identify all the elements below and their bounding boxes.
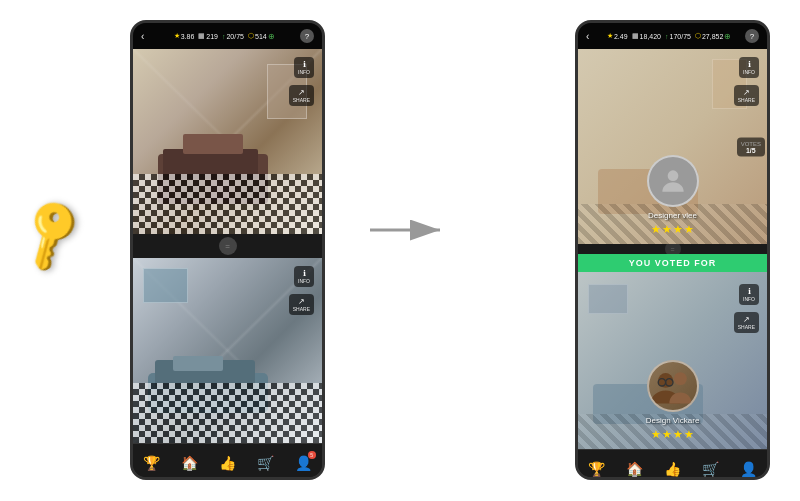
- direction-arrow: [360, 200, 460, 260]
- top-designer-avatar: [647, 155, 699, 207]
- bottom-navigation: 🏆 🏠 👍 🛒 👤 5: [133, 443, 322, 480]
- star-icon: ★: [174, 32, 180, 40]
- right-coins-icon: ⬡: [695, 32, 701, 40]
- nav-shop[interactable]: 🛒: [257, 455, 274, 471]
- bottom-designer-avatar: [647, 360, 699, 412]
- info-button-top[interactable]: ℹ INFO: [294, 57, 314, 78]
- right-nav-home[interactable]: 🏠: [626, 461, 643, 477]
- top-vote-section: Designer vlee ★★★★ ℹ INFO ↗ SHARE VOTES …: [578, 49, 767, 244]
- nav-like[interactable]: 👍: [219, 455, 236, 471]
- svg-point-2: [667, 170, 678, 181]
- top-designer-name: Designer vlee: [648, 211, 697, 220]
- right-nav-shop[interactable]: 🛒: [702, 461, 719, 477]
- right-arrow-stat: ↑ 170/75: [665, 33, 691, 40]
- bottom-room: ℹ INFO ↗ SHARE: [133, 258, 322, 443]
- back-button[interactable]: ‹: [141, 31, 144, 42]
- right-info-button-bottom[interactable]: ℹ INFO: [739, 284, 759, 305]
- right-star-icon: ★: [607, 32, 613, 40]
- right-nav-like[interactable]: 👍: [664, 461, 681, 477]
- arrow-value: 20/75: [226, 33, 244, 40]
- notification-badge: 5: [308, 451, 316, 459]
- arrow-stat: ↑ 20/75: [222, 33, 244, 40]
- votes-count: 1/5: [741, 146, 761, 153]
- right-plus-icon[interactable]: ⊕: [724, 32, 731, 41]
- right-info-button-top[interactable]: ℹ INFO: [739, 57, 759, 78]
- right-header-stats: ★ 2.49 ▦ 18,420 ↑ 170/75 ⬡ 27,852 ⊕: [607, 32, 731, 41]
- svg-point-4: [673, 372, 686, 385]
- rooms-stat: ▦ 219: [198, 32, 218, 40]
- coins-value: 514: [255, 33, 267, 40]
- plus-icon[interactable]: ⊕: [268, 32, 275, 41]
- equals-icon: =: [219, 237, 237, 255]
- top-room: ℹ INFO ↗ SHARE: [133, 49, 322, 234]
- help-button[interactable]: ?: [300, 29, 314, 43]
- right-share-button-bottom[interactable]: ↗ SHARE: [734, 312, 759, 333]
- nav-home[interactable]: 🏠: [181, 455, 198, 471]
- share-button-top[interactable]: ↗ SHARE: [289, 85, 314, 106]
- right-nav-profile[interactable]: 👤: [740, 461, 757, 477]
- right-phone-header: ‹ ★ 2.49 ▦ 18,420 ↑ 170/75 ⬡ 27,852 ⊕ ?: [578, 23, 767, 49]
- top-designer-stars: ★★★★: [651, 223, 695, 236]
- right-help-button[interactable]: ?: [745, 29, 759, 43]
- designer-photo-icon: [649, 360, 697, 412]
- vote-divider: =: [578, 244, 767, 254]
- voted-for-banner: YOU VOTED FOR: [578, 254, 767, 272]
- right-rooms-stat: ▦ 18,420: [632, 32, 661, 40]
- right-phone: ‹ ★ 2.49 ▦ 18,420 ↑ 170/75 ⬡ 27,852 ⊕ ?: [575, 20, 770, 480]
- bottom-designer-stars: ★★★★: [651, 428, 695, 441]
- right-bottom-navigation: 🏆 🏠 👍 🛒 👤: [578, 449, 767, 480]
- coins-stat: ⬡ 514 ⊕: [248, 32, 275, 41]
- bottom-vote-section: YOU VOTED FOR Design Vickare ★★★★: [578, 254, 767, 449]
- header-stats: ★ 3.86 ▦ 219 ↑ 20/75 ⬡ 514 ⊕: [174, 32, 275, 41]
- left-phone-header: ‹ ★ 3.86 ▦ 219 ↑ 20/75 ⬡ 514 ⊕ ?: [133, 23, 322, 49]
- rooms-value: 219: [206, 33, 218, 40]
- right-rating-stat: ★ 2.49: [607, 32, 628, 40]
- arrow-up-icon: ↑: [222, 33, 226, 40]
- right-nav-trophy[interactable]: 🏆: [588, 461, 605, 477]
- nav-profile[interactable]: 👤 5: [295, 455, 312, 471]
- right-rating-value: 2.49: [614, 33, 628, 40]
- right-arrow-value: 170/75: [670, 33, 691, 40]
- rating-stat: ★ 3.86: [174, 32, 195, 40]
- votes-counter: VOTES 1/5: [737, 137, 765, 156]
- room-divider: =: [133, 234, 322, 258]
- left-phone: ‹ ★ 3.86 ▦ 219 ↑ 20/75 ⬡ 514 ⊕ ?: [130, 20, 325, 480]
- right-share-button-top[interactable]: ↗ SHARE: [734, 85, 759, 106]
- right-coins-stat: ⬡ 27,852 ⊕: [695, 32, 731, 41]
- nav-trophy[interactable]: 🏆: [143, 455, 160, 471]
- right-back-button[interactable]: ‹: [586, 31, 589, 42]
- key-icon: 🔑: [18, 200, 98, 280]
- bottom-designer-name: Design Vickare: [646, 416, 700, 425]
- right-coins-value: 27,852: [702, 33, 723, 40]
- info-button-bottom[interactable]: ℹ INFO: [294, 266, 314, 287]
- person-icon: [657, 165, 689, 197]
- right-arrow-up-icon: ↑: [665, 33, 669, 40]
- coins-icon: ⬡: [248, 32, 254, 40]
- rooms-icon: ▦: [198, 32, 205, 40]
- share-button-bottom[interactable]: ↗ SHARE: [289, 294, 314, 315]
- bottom-designer-profile: Design Vickare ★★★★: [578, 254, 767, 449]
- right-rooms-icon: ▦: [632, 32, 639, 40]
- right-rooms-value: 18,420: [640, 33, 661, 40]
- rating-value: 3.86: [181, 33, 195, 40]
